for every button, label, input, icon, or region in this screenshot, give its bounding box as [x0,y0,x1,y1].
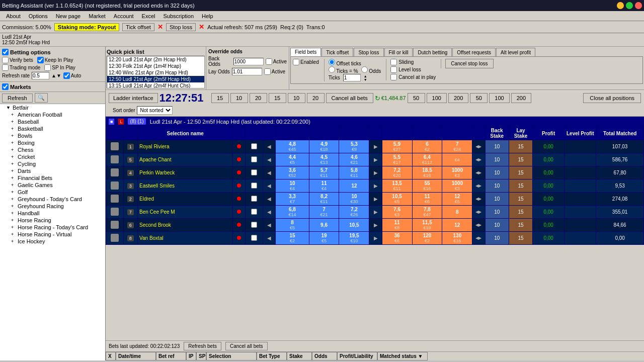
back-active-checkbox[interactable] [266,58,272,65]
level-loss-checkbox[interactable] [390,66,397,73]
back-odd-2[interactable]: 12 [339,179,369,193]
tab-dutch-betting[interactable]: Dutch betting [413,48,452,56]
tab-tick-offset[interactable]: Tick offset [321,48,353,56]
lay-odd-1[interactable]: 6,4€112 [412,153,442,166]
tree-item-horse-racing---virtual[interactable]: +Horse Racing - Virtual [0,231,105,238]
back-arrow[interactable]: ◀ [263,206,276,219]
lay-odd-1[interactable]: 120€2 [412,232,442,245]
menu-item-help[interactable]: Help [198,12,217,20]
refresh-bets-button[interactable]: Refresh bets [184,342,221,350]
lay-odd-1[interactable]: 55€16 [412,179,442,193]
odds-radio-label[interactable]: Odds [361,66,381,74]
trade-arrow[interactable]: ◀▶ [472,179,485,193]
lay-active-checkbox[interactable] [264,68,271,75]
selection-checkbox[interactable] [246,232,263,245]
quick-pick-item-4[interactable]: 13:15 Ludl 21st Apr (2m4f Hunt Chs) [107,82,204,88]
back-arrow[interactable]: ◀ [263,232,276,245]
selection-checkbox[interactable] [246,206,263,219]
back-odd-1[interactable]: 5,7€11 [309,166,339,179]
maximize-button[interactable] [626,2,633,9]
tick-offset-x[interactable]: ✕ [157,23,163,31]
offset-ticks-radio-label[interactable]: Offset ticks [329,59,361,66]
back-odd-2[interactable]: 10,5 [339,219,369,232]
menu-item-about[interactable]: About [2,12,25,20]
back-arrow[interactable]: ◀ [263,140,276,153]
quick-pick-item-1[interactable]: 12:30 Folk 21st Apr (1m4f Hcap) [107,63,204,69]
menu-item-options[interactable]: Options [25,12,52,20]
back-odd-1[interactable]: 8,2€11 [309,193,339,206]
ticks-input[interactable] [343,74,361,81]
tree-item-american-football[interactable]: +American Football [0,111,105,118]
back-odd-0[interactable]: 3,3€7 [276,193,309,206]
trading-mode-checkbox[interactable] [2,64,9,71]
stop-loss-button[interactable]: Stop loss [166,23,196,31]
quick-pick-item-2[interactable]: 12:40 Winc 21st Apr (2m Hcap Hrd) [107,69,204,76]
lay-active-label[interactable]: Active [264,68,285,75]
menu-item-excel[interactable]: Excel [138,12,159,20]
selection-name[interactable]: Van Boxtal [138,232,233,245]
menu-item-subscription[interactable]: Subscription [159,12,198,20]
back-odd-0[interactable]: 10€4 [276,179,309,193]
lay-stake-value[interactable]: 15 [509,232,532,245]
betting-options-checkbox[interactable] [2,49,9,55]
cancel-all-bets-bottom-button[interactable]: Cancel all bets [225,342,268,350]
tree-item-baseball[interactable]: +Baseball [0,118,105,125]
lay-stake-value[interactable]: 15 [509,219,532,232]
offset-ticks-radio[interactable] [329,59,335,65]
back-arrow[interactable]: ◀ [263,153,276,166]
lay-stake-value[interactable]: 15 [509,179,532,193]
lay-odd-2[interactable]: 7€24 [442,140,472,153]
tab-fill-or-kill[interactable]: Fill or kill [384,48,413,56]
lay-odd-0[interactable]: 11€8 [382,219,412,232]
trade-arrow[interactable]: ◀▶ [472,206,485,219]
back-stake-50[interactable]: 50 [408,93,425,103]
lay-stake-20[interactable]: 20 [307,93,325,103]
tree-item-golf[interactable]: +Golf [0,189,105,196]
ladder-interface-button[interactable]: Ladder interface [109,93,158,103]
sliding-checkbox[interactable] [390,59,397,65]
lay-odd-1[interactable]: 11,5€19 [412,219,442,232]
tree-item-horse-racing[interactable]: +Horse Racing [0,217,105,224]
markets-refresh-button[interactable]: Refresh [2,94,33,103]
balance-refresh-icon[interactable]: ↻ [375,95,380,102]
field-bets-enabled-checkbox[interactable] [293,59,299,65]
back-stake-15[interactable]: 15 [211,93,229,103]
stop-loss-x[interactable]: ✕ [199,23,204,31]
lay-arrow[interactable]: ▶ [369,153,382,166]
selection-name[interactable]: Apache Chant [138,153,233,166]
menu-item-market[interactable]: Market [85,12,110,20]
selection-name[interactable]: Royal Riviera [138,140,233,153]
back-odd-1[interactable]: 4,9€18 [309,140,339,153]
back-odd-1[interactable]: 7€21 [309,206,339,219]
tree-item-ice-hockey[interactable]: +Ice Hockey [0,238,105,245]
quick-pick-item-3[interactable]: 12:50 Ludl 21st Apr (2m5f Hcap Hrd) [107,76,204,82]
tree-item-horse-racing---today's-card[interactable]: +Horse Racing - Today's Card [0,224,105,231]
selection-name[interactable]: Ben Cee Pee M [138,206,233,219]
back-stake-value[interactable]: 10 [485,193,509,206]
selection-checkbox[interactable] [246,219,263,232]
back-odd-2[interactable]: 7,2€26 [339,206,369,219]
lay-arrow[interactable]: ▶ [369,206,382,219]
selection-checkbox[interactable] [246,153,263,166]
back-odd-0[interactable]: 3,6€52 [276,166,309,179]
sort-order-select[interactable]: Not sorted [137,106,173,115]
tree-item-handball[interactable]: +Handball [0,210,105,217]
odds-radio[interactable] [361,66,368,73]
lay-arrow[interactable]: ▶ [369,219,382,232]
trade-arrow[interactable]: ◀▶ [472,193,485,206]
lay-odd-0[interactable]: 7,6€3 [382,206,412,219]
lay-stake-value[interactable]: 15 [509,193,532,206]
selection-name[interactable]: Eastwell Smiles [138,179,233,193]
lay-odd-1[interactable]: 7,8€47 [412,206,442,219]
back-odd-2[interactable]: 19,5€10 [339,232,369,245]
lay-odd-2[interactable]: 130€16 [442,232,472,245]
trading-mode-label[interactable]: Trading mode [2,64,40,71]
quick-pick-item-0[interactable]: 12:20 Ludl 21st Apr (2m Hcap Hrd) [107,56,204,63]
back-arrow[interactable]: ◀ [263,219,276,232]
lay-odd-0[interactable]: 10,5€5 [382,193,412,206]
back-stake-200[interactable]: 200 [448,93,468,103]
tab-field-bets[interactable]: Field bets [290,48,321,56]
lay-arrow[interactable]: ▶ [369,166,382,179]
tree-item-financial-bets[interactable]: +Financial Bets [0,174,105,182]
keep-in-play-label[interactable]: Keep In Play [37,57,73,63]
